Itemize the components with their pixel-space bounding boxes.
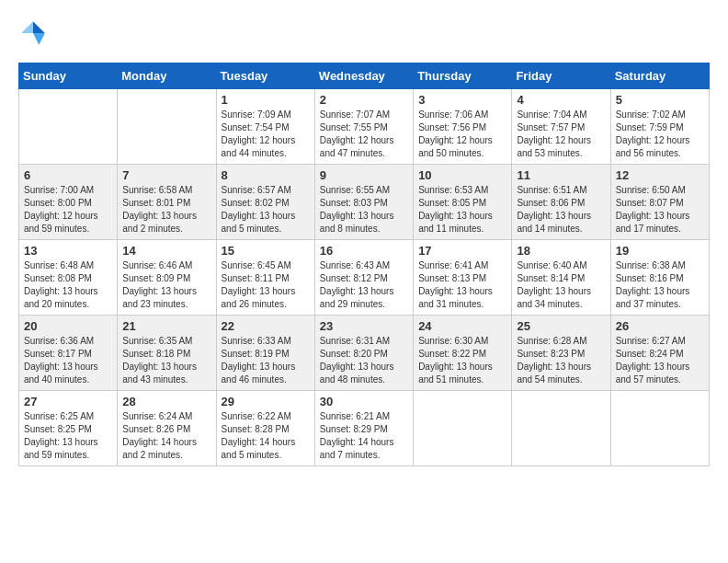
svg-marker-2 bbox=[21, 21, 33, 33]
day-info: Sunrise: 7:00 AM Sunset: 8:00 PM Dayligh… bbox=[24, 184, 112, 236]
day-number: 15 bbox=[222, 244, 310, 258]
day-info: Sunrise: 6:58 AM Sunset: 8:01 PM Dayligh… bbox=[122, 184, 210, 236]
day-number: 13 bbox=[24, 244, 112, 258]
day-number: 27 bbox=[24, 395, 112, 408]
calendar-cell: 1Sunrise: 7:09 AM Sunset: 7:54 PM Daylig… bbox=[216, 89, 314, 165]
calendar-cell: 17Sunrise: 6:41 AM Sunset: 8:13 PM Dayli… bbox=[414, 240, 512, 316]
day-info: Sunrise: 6:53 AM Sunset: 8:05 PM Dayligh… bbox=[418, 184, 506, 236]
day-info: Sunrise: 7:04 AM Sunset: 7:57 PM Dayligh… bbox=[517, 109, 605, 160]
calendar-cell bbox=[19, 89, 118, 165]
day-info: Sunrise: 6:27 AM Sunset: 8:24 PM Dayligh… bbox=[616, 335, 704, 386]
day-header-wednesday: Wednesday bbox=[314, 63, 413, 89]
day-info: Sunrise: 6:46 AM Sunset: 8:09 PM Dayligh… bbox=[122, 259, 210, 311]
day-info: Sunrise: 6:40 AM Sunset: 8:14 PM Dayligh… bbox=[517, 259, 605, 311]
calendar-cell: 14Sunrise: 6:46 AM Sunset: 8:09 PM Dayli… bbox=[118, 240, 216, 316]
calendar-week-row: 6Sunrise: 7:00 AM Sunset: 8:00 PM Daylig… bbox=[19, 165, 710, 240]
day-number: 14 bbox=[122, 244, 210, 258]
day-number: 2 bbox=[320, 93, 408, 107]
day-header-monday: Monday bbox=[118, 63, 216, 89]
calendar-cell: 11Sunrise: 6:51 AM Sunset: 8:06 PM Dayli… bbox=[512, 165, 610, 240]
calendar-cell: 26Sunrise: 6:27 AM Sunset: 8:24 PM Dayli… bbox=[610, 316, 709, 391]
day-info: Sunrise: 6:43 AM Sunset: 8:12 PM Dayligh… bbox=[320, 259, 408, 311]
calendar-cell: 16Sunrise: 6:43 AM Sunset: 8:12 PM Dayli… bbox=[314, 240, 413, 316]
day-number: 21 bbox=[122, 319, 210, 333]
calendar-week-row: 27Sunrise: 6:25 AM Sunset: 8:25 PM Dayli… bbox=[19, 391, 710, 466]
day-number: 16 bbox=[320, 244, 408, 258]
calendar-cell: 29Sunrise: 6:22 AM Sunset: 8:28 PM Dayli… bbox=[216, 391, 314, 466]
logo bbox=[18, 18, 51, 48]
calendar-cell bbox=[414, 391, 512, 466]
calendar-cell: 12Sunrise: 6:50 AM Sunset: 8:07 PM Dayli… bbox=[610, 165, 709, 240]
calendar-cell: 7Sunrise: 6:58 AM Sunset: 8:01 PM Daylig… bbox=[118, 165, 216, 240]
day-info: Sunrise: 6:24 AM Sunset: 8:26 PM Dayligh… bbox=[122, 410, 210, 462]
calendar-cell: 22Sunrise: 6:33 AM Sunset: 8:19 PM Dayli… bbox=[216, 316, 314, 391]
calendar-week-row: 20Sunrise: 6:36 AM Sunset: 8:17 PM Dayli… bbox=[19, 316, 710, 391]
calendar-cell: 24Sunrise: 6:30 AM Sunset: 8:22 PM Dayli… bbox=[414, 316, 512, 391]
calendar-cell: 28Sunrise: 6:24 AM Sunset: 8:26 PM Dayli… bbox=[118, 391, 216, 466]
logo-icon bbox=[18, 18, 48, 48]
day-info: Sunrise: 6:25 AM Sunset: 8:25 PM Dayligh… bbox=[24, 410, 112, 462]
calendar-cell: 8Sunrise: 6:57 AM Sunset: 8:02 PM Daylig… bbox=[216, 165, 314, 240]
day-number: 12 bbox=[616, 168, 704, 182]
day-number: 9 bbox=[320, 168, 408, 182]
day-info: Sunrise: 6:57 AM Sunset: 8:02 PM Dayligh… bbox=[222, 184, 310, 236]
day-number: 10 bbox=[418, 168, 506, 182]
day-info: Sunrise: 6:50 AM Sunset: 8:07 PM Dayligh… bbox=[616, 184, 704, 236]
day-number: 4 bbox=[517, 93, 605, 107]
day-info: Sunrise: 7:02 AM Sunset: 7:59 PM Dayligh… bbox=[616, 109, 704, 160]
calendar-cell: 19Sunrise: 6:38 AM Sunset: 8:16 PM Dayli… bbox=[610, 240, 709, 316]
day-info: Sunrise: 7:09 AM Sunset: 7:54 PM Dayligh… bbox=[222, 109, 310, 160]
day-number: 11 bbox=[517, 168, 605, 182]
calendar-cell: 30Sunrise: 6:21 AM Sunset: 8:29 PM Dayli… bbox=[314, 391, 413, 466]
day-number: 1 bbox=[222, 93, 310, 107]
calendar-cell bbox=[610, 391, 709, 466]
day-info: Sunrise: 6:38 AM Sunset: 8:16 PM Dayligh… bbox=[616, 259, 704, 311]
calendar-cell bbox=[512, 391, 610, 466]
day-number: 6 bbox=[24, 168, 112, 182]
day-number: 19 bbox=[616, 244, 704, 258]
svg-marker-0 bbox=[33, 21, 45, 33]
svg-marker-1 bbox=[33, 33, 45, 45]
day-number: 30 bbox=[320, 395, 408, 408]
day-header-sunday: Sunday bbox=[19, 63, 118, 89]
calendar-cell: 3Sunrise: 7:06 AM Sunset: 7:56 PM Daylig… bbox=[414, 89, 512, 165]
day-info: Sunrise: 6:51 AM Sunset: 8:06 PM Dayligh… bbox=[517, 184, 605, 236]
calendar-cell: 20Sunrise: 6:36 AM Sunset: 8:17 PM Dayli… bbox=[19, 316, 118, 391]
day-number: 29 bbox=[222, 395, 310, 408]
calendar-cell: 23Sunrise: 6:31 AM Sunset: 8:20 PM Dayli… bbox=[314, 316, 413, 391]
day-number: 3 bbox=[418, 93, 506, 107]
calendar-week-row: 13Sunrise: 6:48 AM Sunset: 8:08 PM Dayli… bbox=[19, 240, 710, 316]
day-number: 8 bbox=[222, 168, 310, 182]
calendar-header-row: SundayMondayTuesdayWednesdayThursdayFrid… bbox=[19, 63, 710, 89]
day-info: Sunrise: 6:22 AM Sunset: 8:28 PM Dayligh… bbox=[222, 410, 310, 462]
day-info: Sunrise: 6:35 AM Sunset: 8:18 PM Dayligh… bbox=[122, 335, 210, 386]
day-header-saturday: Saturday bbox=[610, 63, 709, 89]
calendar-week-row: 1Sunrise: 7:09 AM Sunset: 7:54 PM Daylig… bbox=[19, 89, 710, 165]
day-number: 18 bbox=[517, 244, 605, 258]
calendar-cell: 4Sunrise: 7:04 AM Sunset: 7:57 PM Daylig… bbox=[512, 89, 610, 165]
day-info: Sunrise: 6:28 AM Sunset: 8:23 PM Dayligh… bbox=[517, 335, 605, 386]
calendar-cell: 25Sunrise: 6:28 AM Sunset: 8:23 PM Dayli… bbox=[512, 316, 610, 391]
day-number: 25 bbox=[517, 319, 605, 333]
day-info: Sunrise: 6:41 AM Sunset: 8:13 PM Dayligh… bbox=[418, 259, 506, 311]
calendar-cell: 2Sunrise: 7:07 AM Sunset: 7:55 PM Daylig… bbox=[314, 89, 413, 165]
day-header-thursday: Thursday bbox=[414, 63, 512, 89]
day-header-friday: Friday bbox=[512, 63, 610, 89]
calendar-cell: 18Sunrise: 6:40 AM Sunset: 8:14 PM Dayli… bbox=[512, 240, 610, 316]
day-number: 17 bbox=[418, 244, 506, 258]
day-number: 28 bbox=[122, 395, 210, 408]
day-info: Sunrise: 6:31 AM Sunset: 8:20 PM Dayligh… bbox=[320, 335, 408, 386]
day-number: 20 bbox=[24, 319, 112, 333]
calendar-cell: 5Sunrise: 7:02 AM Sunset: 7:59 PM Daylig… bbox=[610, 89, 709, 165]
day-number: 7 bbox=[122, 168, 210, 182]
day-number: 22 bbox=[222, 319, 310, 333]
calendar-cell: 21Sunrise: 6:35 AM Sunset: 8:18 PM Dayli… bbox=[118, 316, 216, 391]
day-info: Sunrise: 7:07 AM Sunset: 7:55 PM Dayligh… bbox=[320, 109, 408, 160]
day-number: 5 bbox=[616, 93, 704, 107]
calendar-cell: 15Sunrise: 6:45 AM Sunset: 8:11 PM Dayli… bbox=[216, 240, 314, 316]
day-info: Sunrise: 6:45 AM Sunset: 8:11 PM Dayligh… bbox=[222, 259, 310, 311]
day-number: 23 bbox=[320, 319, 408, 333]
day-info: Sunrise: 7:06 AM Sunset: 7:56 PM Dayligh… bbox=[418, 109, 506, 160]
calendar-cell: 6Sunrise: 7:00 AM Sunset: 8:00 PM Daylig… bbox=[19, 165, 118, 240]
day-number: 26 bbox=[616, 319, 704, 333]
